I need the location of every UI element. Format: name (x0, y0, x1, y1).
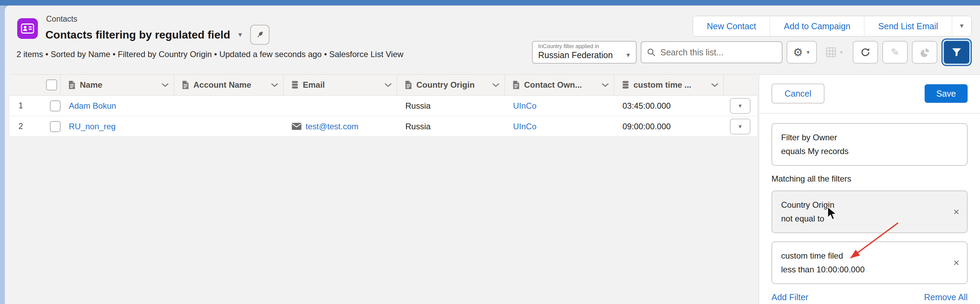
pencil-icon: ✎ (891, 47, 899, 57)
filter-condition: not equal to (781, 212, 946, 226)
database-icon (622, 81, 629, 89)
chevron-down-icon (492, 83, 500, 87)
incountry-caret-icon: ▼ (625, 52, 631, 58)
page-title: Contacts filtering by regulated field (45, 28, 230, 41)
document-icon (512, 81, 520, 89)
add-to-campaign-button[interactable]: Add to Campaign (770, 16, 864, 36)
column-header-country-origin[interactable]: Country Origin (397, 74, 505, 95)
database-icon (291, 81, 299, 89)
filter-field: Country Origin (781, 198, 946, 212)
desktop: Contacts Contacts filtering by regulated… (0, 0, 980, 304)
inline-edit-button: ✎ (882, 41, 908, 63)
more-actions-caret-button[interactable]: ▼ (952, 16, 971, 36)
display-as-caret-icon: ▼ (839, 50, 844, 55)
select-all-checkbox[interactable] (46, 79, 57, 90)
table-row: 2 RU_non_reg test@test.com Russia UInCo (10, 116, 757, 137)
pushpin-icon (255, 30, 264, 39)
row-number: 2 (10, 122, 32, 131)
send-list-email-button[interactable]: Send List Email (864, 16, 952, 36)
chevron-down-icon (711, 83, 719, 87)
row-checkbox[interactable] (50, 121, 60, 132)
matching-filters-label: Matching all the filters (772, 174, 967, 184)
salesforce-list-view-window: Contacts Contacts filtering by regulated… (5, 5, 980, 304)
actions-column-header (724, 74, 757, 95)
pie-chart-icon (920, 47, 930, 57)
remove-filter-icon[interactable]: × (953, 258, 959, 268)
new-contact-button[interactable]: New Contact (693, 16, 770, 36)
incountry-caption: InCountry filter applied in (538, 43, 631, 49)
chevron-down-icon (601, 83, 609, 87)
contact-owner-link[interactable]: UInCo (513, 101, 536, 111)
chevron-down-icon (384, 83, 392, 87)
column-header-account-name[interactable]: Account Name (174, 74, 283, 95)
filter-funnel-icon (951, 47, 962, 57)
list-meta-text: 2 items • Sorted by Name • Filtered by C… (16, 49, 403, 59)
save-button[interactable]: Save (924, 84, 967, 103)
owner-filter-card[interactable]: Filter by Owner equals My records (772, 123, 967, 166)
contact-owner-link[interactable]: UInCo (513, 122, 536, 131)
document-icon (68, 81, 76, 89)
contact-card-icon (21, 24, 34, 34)
page-header: Contacts Contacts filtering by regulated… (5, 5, 980, 74)
refresh-icon (860, 47, 870, 57)
envelope-icon (292, 123, 301, 130)
pin-list-view-button[interactable] (250, 25, 269, 45)
country-origin-cell: Russia (397, 122, 505, 131)
owner-filter-value: equals My records (781, 144, 946, 158)
table-row: 1 Adam Bokun Russia UInCo 03:45:00.000 ▼ (10, 96, 757, 116)
table-header-row: Name Account Name Email (10, 74, 757, 96)
column-header-contact-owner[interactable]: Contact Own... (505, 74, 614, 95)
gear-icon: ⚙ (793, 47, 803, 58)
filter-card-custom-time[interactable]: custom time filed less than 10:00:00.000… (772, 241, 967, 284)
country-origin-cell: Russia (397, 101, 505, 111)
column-header-custom-time[interactable]: custom time ... (614, 74, 724, 95)
chevron-down-icon (161, 83, 169, 87)
charts-button (912, 41, 937, 63)
chevron-down-icon (271, 83, 278, 87)
incountry-value: Russian Federation (538, 50, 613, 60)
row-checkbox[interactable] (50, 100, 60, 111)
filter-card-country-origin[interactable]: Country Origin not equal to × (772, 190, 967, 233)
add-filter-link[interactable]: Add Filter (772, 292, 808, 302)
custom-time-cell: 09:00:00.000 (614, 122, 724, 131)
incountry-filter-dropdown[interactable]: InCountry filter applied in Russian Fede… (532, 41, 636, 63)
custom-time-cell: 03:45:00.000 (614, 101, 724, 111)
row-actions-button[interactable]: ▼ (730, 98, 751, 114)
panel-divider (759, 113, 980, 114)
list-settings-button[interactable]: ⚙ ▼ (787, 41, 817, 63)
display-as-button: ▼ (821, 41, 848, 63)
table-grid-icon (826, 47, 836, 57)
row-actions-button[interactable]: ▼ (730, 119, 751, 135)
document-icon (182, 81, 189, 89)
remove-filter-icon[interactable]: × (953, 207, 959, 217)
column-header-name[interactable]: Name (60, 74, 174, 95)
list-search-box (641, 41, 783, 63)
gear-caret-icon: ▼ (805, 50, 810, 55)
column-header-email[interactable]: Email (283, 74, 397, 95)
object-label: Contacts (46, 14, 78, 24)
row-number: 1 (10, 101, 32, 110)
contacts-table: Name Account Name Email (10, 74, 757, 304)
search-icon (647, 48, 655, 57)
filter-button[interactable] (942, 38, 972, 66)
cancel-button[interactable]: Cancel (772, 84, 824, 103)
desktop-left-strip (0, 5, 5, 304)
filters-panel: Cancel Save Filter by Owner equals My re… (759, 74, 980, 304)
desktop-top-band (0, 0, 980, 5)
list-toolbar: InCountry filter applied in Russian Fede… (532, 41, 972, 64)
refresh-button[interactable] (853, 41, 878, 63)
document-icon (405, 81, 412, 89)
contacts-object-icon (17, 18, 38, 39)
email-link[interactable]: test@test.com (305, 122, 358, 131)
search-input[interactable] (660, 47, 776, 58)
contact-name-link[interactable]: RU_non_reg (69, 122, 116, 131)
contact-name-link[interactable]: Adam Bokun (69, 101, 116, 111)
filter-field: custom time filed (781, 249, 946, 263)
owner-filter-field: Filter by Owner (781, 131, 946, 144)
remove-all-link[interactable]: Remove All (924, 292, 967, 302)
select-all-cell (10, 74, 60, 95)
filter-condition: less than 10:00:00.000 (781, 263, 946, 277)
list-view-menu-caret-icon[interactable]: ▼ (237, 32, 243, 38)
list-action-button-group: New Contact Add to Campaign Send List Em… (693, 16, 972, 36)
